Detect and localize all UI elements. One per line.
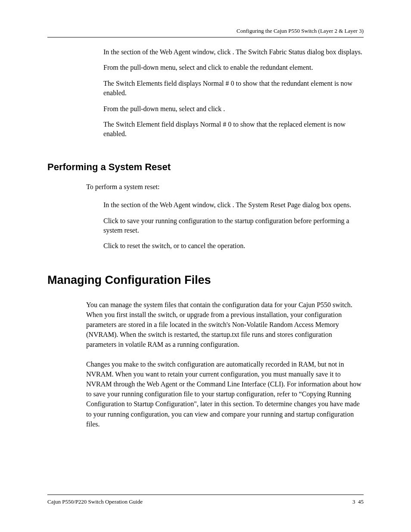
step-text: Click to save your running configuration… <box>103 216 364 236</box>
step-result: The Switch Elements field displays Norma… <box>103 79 364 98</box>
intro-text: To perform a system reset: <box>86 182 364 192</box>
heading-performing-system-reset: Performing a System Reset <box>47 162 364 173</box>
step-text: From the pull-down menu, select and clic… <box>103 104 364 114</box>
header-rule <box>47 37 364 37</box>
footer-right: 3 45 <box>352 498 364 505</box>
step-text: Click to reset the switch, or to cancel … <box>103 241 364 251</box>
body-paragraph: Changes you make to the switch configura… <box>86 359 364 429</box>
footer-left: Cajun P550/P220 Switch Operation Guide <box>47 498 143 505</box>
body-paragraph: You can manage the system files that con… <box>86 300 364 350</box>
heading-managing-configuration-files: Managing Configuration Files <box>47 274 364 287</box>
page-content: In the section of the Web Agent window, … <box>47 47 364 439</box>
footer-rule <box>47 495 364 495</box>
step-result: The Switch Element field displays Normal… <box>103 120 364 139</box>
step-text: From the pull-down menu, select and clic… <box>103 63 364 72</box>
running-header: Configuring the Cajun P550 Switch (Layer… <box>237 28 364 34</box>
step-text: In the section of the Web Agent window, … <box>103 200 364 210</box>
step-text: In the section of the Web Agent window, … <box>103 47 364 57</box>
